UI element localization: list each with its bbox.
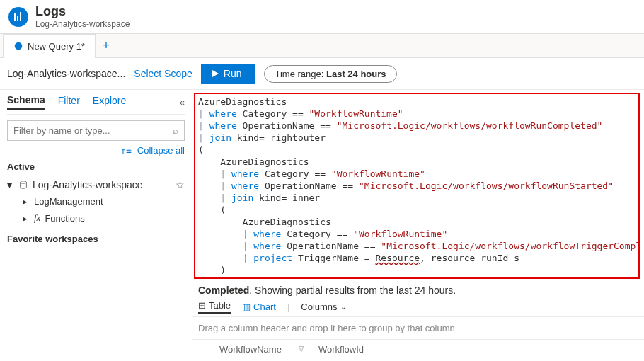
- svg-rect-0: [14, 13, 16, 21]
- group-by-hint[interactable]: Drag a column header and drop it here to…: [192, 317, 644, 339]
- page-title: Logs: [35, 4, 130, 19]
- table-icon: ⊞: [198, 300, 206, 311]
- svg-rect-2: [20, 12, 21, 21]
- time-range-picker[interactable]: Time range: Last 24 hours: [264, 65, 396, 83]
- page-header: Logs Log-Analytics-workspace: [0, 0, 644, 34]
- functions-node[interactable]: ▸ fx Functions: [7, 210, 185, 227]
- scope-label: Log-Analytics-workspace...: [7, 68, 125, 79]
- play-icon: [211, 69, 219, 78]
- tab-label: New Query 1*: [28, 41, 85, 52]
- results-status: Completed. Showing partial results from …: [192, 280, 644, 297]
- caret-right-icon: ▸: [23, 213, 30, 224]
- columns-dropdown[interactable]: Columns ⌄: [301, 302, 345, 312]
- expand-column[interactable]: [192, 340, 212, 359]
- query-editor[interactable]: AzureDiagnostics | where Category == "Wo…: [194, 93, 640, 279]
- results-tab-table[interactable]: ⊞ Table: [198, 300, 231, 314]
- caret-down-icon: ▾: [7, 179, 14, 190]
- schema-search[interactable]: ⌕: [7, 120, 185, 141]
- tab-explore[interactable]: Explore: [93, 95, 126, 109]
- tab-filter[interactable]: Filter: [58, 95, 80, 109]
- add-tab-button[interactable]: +: [96, 38, 117, 53]
- editor-pane: AzureDiagnostics | where Category == "Wo…: [192, 90, 644, 361]
- query-tabs: New Query 1* +: [0, 34, 644, 58]
- collapse-sidebar-icon[interactable]: «: [180, 97, 185, 108]
- column-workflowname[interactable]: WorkflowName∇: [212, 340, 311, 359]
- run-button[interactable]: Run: [201, 64, 256, 84]
- results-tab-chart[interactable]: ▥ Chart: [242, 302, 276, 312]
- svg-marker-4: [212, 70, 219, 77]
- tab-new-query-1[interactable]: New Query 1*: [3, 34, 96, 58]
- workspace-node[interactable]: ▾ Log-Analytics-workspace ☆: [7, 176, 185, 193]
- filter-icon[interactable]: ∇: [299, 345, 304, 354]
- select-scope-link[interactable]: Select Scope: [134, 68, 192, 79]
- query-tab-icon: [13, 41, 23, 51]
- fx-icon: fx: [34, 212, 40, 224]
- svg-rect-1: [17, 16, 18, 21]
- tab-schema[interactable]: Schema: [7, 94, 45, 110]
- star-icon[interactable]: ☆: [176, 179, 185, 190]
- logmanagement-node[interactable]: ▸ LogManagement: [7, 193, 185, 210]
- active-section-label: Active: [7, 161, 185, 172]
- page-subtitle: Log-Analytics-workspace: [35, 19, 130, 29]
- svg-point-5: [21, 181, 27, 184]
- svg-point-3: [15, 42, 23, 50]
- chevron-down-icon: ⌄: [340, 303, 346, 311]
- database-icon: [18, 180, 28, 190]
- query-toolbar: Log-Analytics-workspace... Select Scope …: [0, 58, 644, 90]
- search-input[interactable]: [13, 125, 173, 136]
- caret-right-icon: ▸: [23, 196, 30, 207]
- favorites-label: Favorite workspaces: [7, 234, 185, 244]
- result-column-headers: WorkflowName∇ WorkflowId: [192, 339, 644, 359]
- logs-icon: [8, 7, 28, 27]
- search-icon: ⌕: [173, 125, 178, 136]
- collapse-all-link[interactable]: ↑≡ Collapse all: [7, 145, 185, 156]
- column-workflowid[interactable]: WorkflowId: [311, 340, 371, 359]
- schema-sidebar: Schema Filter Explore « ⌕ ↑≡ Collapse al…: [0, 90, 192, 361]
- chart-icon: ▥: [242, 302, 251, 312]
